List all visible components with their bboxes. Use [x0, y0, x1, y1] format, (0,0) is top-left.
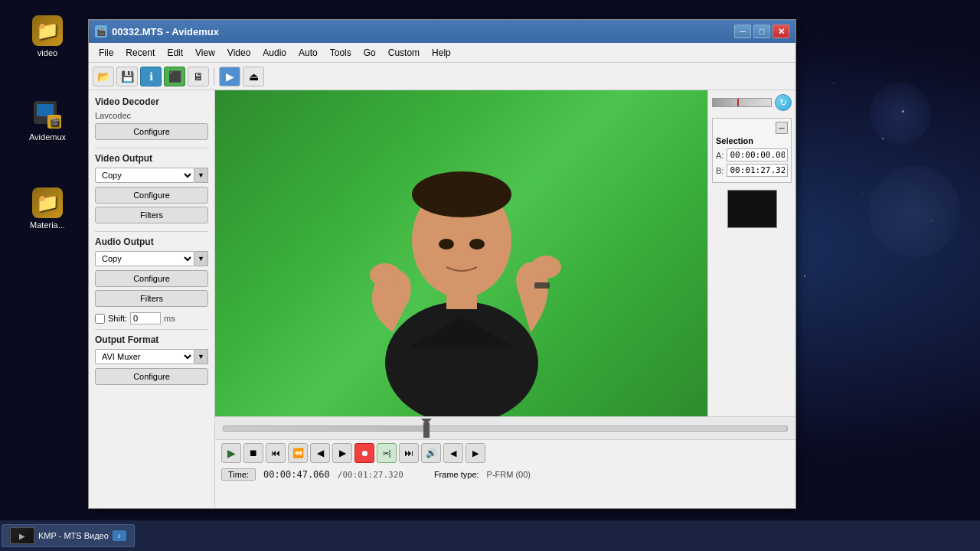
export-button[interactable]: ⏏ [243, 67, 264, 86]
main-content: Video Decoder Lavcodec Configure Video O… [89, 90, 795, 508]
taskbar-item-kmp[interactable]: ▶ KMP - MTS Видео ♪ [2, 524, 135, 547]
info-button[interactable]: ℹ [140, 67, 162, 86]
green-button[interactable]: ⬛ [164, 67, 185, 86]
audio-output-label: Audio Output [95, 236, 208, 247]
menu-audio[interactable]: Audio [256, 46, 292, 60]
selection-b-input[interactable] [727, 164, 788, 177]
shift-checkbox[interactable] [95, 314, 105, 324]
video-thumbnail [727, 190, 777, 228]
menu-edit[interactable]: Edit [161, 46, 189, 60]
next-segment-button[interactable]: ▶ [466, 443, 485, 463]
desktop-icon-video[interactable]: 📁 video [23, 15, 72, 57]
audio-output-filters-button[interactable]: Filters [95, 290, 208, 307]
video-output-dropdown-arrow[interactable]: ▼ [194, 168, 208, 183]
volume-level-area: ↻ [712, 94, 792, 111]
selection-collapse-button[interactable]: ─ [776, 122, 788, 134]
close-button[interactable]: ✕ [773, 24, 789, 38]
minimize-button[interactable]: ─ [734, 24, 751, 38]
video-output-dropdown-row: Copy Mpeg4 ASP (Xvid4) x264 ▼ [95, 168, 208, 183]
play-button[interactable]: ▶ [221, 443, 241, 463]
current-time-display: 00:00:47.060 [263, 469, 330, 480]
taskbar-thumb: ▶ [10, 527, 34, 544]
taskbar-badge: ♪ [113, 530, 126, 541]
window-title: 00332.MTS - Avidemux [112, 26, 734, 37]
menu-file[interactable]: File [93, 46, 119, 60]
toolbar: 📂 💾 ℹ ⬛ 🖥 ▶ ⏏ [89, 63, 795, 90]
transport-row: ▶ ⏹ ⏮ ⏪ ◀ ▶ ⏺ ✂| ⏭ [215, 440, 795, 466]
menu-video[interactable]: Video [221, 46, 256, 60]
svg-rect-8 [534, 282, 550, 289]
video-decoder-label: Video Decoder [95, 96, 208, 107]
taskbar-item-label: KMP - MTS Видео [38, 531, 109, 540]
selection-a-label: A: [716, 151, 724, 160]
video-frame [215, 90, 707, 416]
svg-point-5 [531, 256, 561, 279]
timeline-area[interactable] [215, 417, 795, 440]
video-output-configure-button[interactable]: Configure [95, 187, 208, 204]
video-output-label: Video Output [95, 153, 208, 164]
menu-tools[interactable]: Tools [324, 46, 358, 60]
output-format-configure-button[interactable]: Configure [95, 368, 208, 385]
menu-auto[interactable]: Auto [292, 46, 324, 60]
video-decoder-configure-button[interactable]: Configure [95, 123, 208, 140]
frame-type-value: P-FRM (00) [487, 470, 531, 479]
divider-2 [95, 231, 208, 232]
shift-input[interactable] [130, 312, 161, 324]
timeline-cursor[interactable] [423, 422, 430, 438]
svg-point-3 [412, 171, 511, 217]
desktop-icon-avidemux-label: Avidemux [29, 132, 66, 142]
prev-frame-button[interactable]: ◀ [310, 443, 330, 463]
menu-go[interactable]: Go [358, 46, 382, 60]
shift-ms-label: ms [164, 314, 175, 323]
timeline-track[interactable] [223, 425, 788, 432]
audio-output-configure-button[interactable]: Configure [95, 270, 208, 287]
output-format-dropdown-arrow[interactable]: ▼ [194, 349, 208, 364]
taskbar: ▶ KMP - MTS Видео ♪ [0, 520, 980, 551]
audio-output-dropdown-arrow[interactable]: ▼ [194, 251, 208, 266]
cut-tool-button[interactable]: ✂| [377, 443, 397, 463]
next-frame-button[interactable]: ▶ [332, 443, 352, 463]
shift-row: Shift: ms [95, 312, 208, 324]
divider-3 [95, 329, 208, 330]
person-figure [316, 118, 607, 416]
output-format-select[interactable]: AVI Muxer MKV Muxer MP4 Muxer [95, 349, 194, 364]
title-bar: 🎬 00332.MTS - Avidemux ─ □ ✕ [89, 20, 795, 43]
total-time-display: /00:01:27.320 [338, 470, 403, 480]
svg-point-7 [469, 239, 485, 249]
menu-help[interactable]: Help [426, 46, 457, 60]
output-format-label: Output Format [95, 334, 208, 345]
desktop-icon-avidemux[interactable]: 🎬 Avidemux [23, 99, 72, 142]
divider-1 [95, 148, 208, 148]
rewind-start-button[interactable]: ⏮ [266, 443, 286, 463]
record-button[interactable]: ⏺ [354, 443, 374, 463]
refresh-button[interactable]: ↻ [775, 94, 792, 111]
timeline-progress [224, 426, 426, 431]
bottom-controls: ▶ ⏹ ⏮ ⏪ ◀ ▶ ⏺ ✂| ⏭ [215, 416, 795, 508]
menu-view[interactable]: View [189, 46, 221, 60]
prev-segment-button[interactable]: ◀ [443, 443, 463, 463]
status-bar: Time: 00:00:47.060 /00:01:27.320 Frame t… [215, 466, 795, 483]
avidemux-window: 🎬 00332.MTS - Avidemux ─ □ ✕ File Recent… [88, 19, 796, 509]
prev-key-button[interactable]: ⏪ [288, 443, 308, 463]
stop-button[interactable]: ⏹ [243, 443, 263, 463]
lavcodec-label: Lavcodec [95, 111, 208, 120]
preview-play-button[interactable]: ▶ [219, 67, 240, 86]
menu-bar: File Recent Edit View Video Audio Auto T… [89, 43, 795, 63]
audio-button[interactable]: 🔊 [421, 443, 441, 463]
video-output-select[interactable]: Copy Mpeg4 ASP (Xvid4) x264 [95, 168, 194, 183]
maximize-button[interactable]: □ [753, 24, 770, 38]
window-controls: ─ □ ✕ [734, 24, 789, 38]
svg-point-6 [439, 239, 454, 249]
monitor-button[interactable]: 🖥 [188, 67, 209, 86]
selection-a-input[interactable] [727, 148, 788, 161]
menu-recent[interactable]: Recent [119, 46, 161, 60]
menu-custom[interactable]: Custom [382, 46, 426, 60]
goto-begin-button[interactable]: ⏭ [399, 443, 419, 463]
app-icon: 🎬 [95, 25, 107, 37]
save-button[interactable]: 💾 [116, 67, 138, 86]
video-output-filters-button[interactable]: Filters [95, 207, 208, 223]
audio-output-select[interactable]: Copy MP3 (lame) AAC (Faac) [95, 251, 194, 266]
selection-a-row: A: [716, 148, 788, 161]
open-file-button[interactable]: 📂 [93, 67, 114, 86]
desktop-icon-material[interactable]: 📁 Materia... [23, 187, 72, 230]
